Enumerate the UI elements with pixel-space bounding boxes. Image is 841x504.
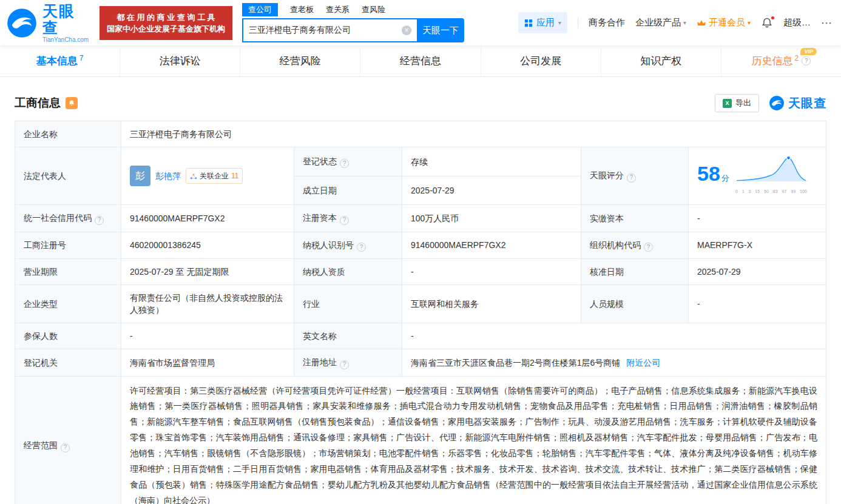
field-label: 注册地址 [303, 357, 337, 367]
field-label: 登记状态 [303, 156, 337, 166]
table-row: 法定代表人 彭 彭艳萍 关联企业 11 登记状态? 存续 天眼评分? [15, 147, 826, 176]
field-label: 统一社会信用代码 [24, 213, 92, 223]
logo-domain: TianYanCha.com [42, 36, 91, 43]
field-label-score: 天眼评分? [581, 147, 689, 205]
field-value-business-scope: 许可经营项目：第三类医疗器械经营（许可经营项目凭许可证件经营）一般经营项目：互联… [121, 376, 826, 504]
menu-enterprise[interactable]: 企业级产品 ▾ [635, 17, 686, 29]
help-icon[interactable]: ? [357, 243, 366, 252]
tab-count: 2 [795, 54, 799, 62]
help-icon[interactable]: ? [340, 360, 349, 369]
field-label: 经营范围 [24, 440, 58, 450]
search-block: 查公司 查老板 查关系 查风险 × 天眼一下 [242, 3, 464, 42]
promo-banner: 都 在 用 的 商 业 查 询 工 具 国家中小企业发展子基金旗下机构 [100, 6, 232, 40]
search-tab-company[interactable]: 查公司 [242, 3, 278, 16]
field-value-establish-date: 2025-07-29 [402, 176, 581, 205]
help-icon[interactable]: ? [95, 216, 104, 225]
search-button[interactable]: 天眼一下 [417, 18, 464, 42]
tab-label: 公司发展 [520, 54, 561, 68]
table-row: 企业名称 三亚洋橙电子商务有限公司 [15, 121, 826, 147]
watermark-brand-name: 天眼查 [788, 95, 826, 112]
search-tab-risk[interactable]: 查风险 [362, 4, 385, 15]
logo-text: 天眼查 TianYanCha.com [42, 3, 91, 43]
field-label: 人员规模 [590, 299, 624, 309]
related-companies-badge[interactable]: 关联企业 11 [186, 168, 243, 184]
field-value-staff-size: - [689, 285, 826, 323]
help-icon[interactable]: ? [627, 173, 636, 183]
menu-cooperation[interactable]: 商务合作 [589, 17, 625, 29]
network-icon [190, 172, 197, 180]
tianyancha-logo-icon [769, 95, 785, 111]
field-value-taxpayer-quality: - [402, 259, 581, 285]
field-label-staff-size: 人员规模 [581, 285, 689, 323]
field-value-reg-capital: 100万人民币 [402, 205, 581, 232]
field-value-industry: 互联网和相关服务 [402, 285, 581, 323]
field-value-taxpayer-id: 91460000MAERPF7GX2 [402, 232, 581, 259]
monitor-bell-icon[interactable] [66, 97, 78, 109]
score-axis-labels: 0131550839799100 [735, 186, 807, 198]
export-button[interactable]: X 导出 [715, 94, 759, 112]
chevron-down-icon: ▾ [683, 20, 686, 26]
field-label: 核准日期 [590, 267, 624, 277]
field-label: 行业 [303, 299, 320, 309]
field-label-company-type: 企业类型 [15, 285, 121, 323]
tab-count: 7 [79, 54, 84, 62]
tab-operating-info[interactable]: 经营信息 [360, 45, 481, 76]
field-value-legal-rep: 彭 彭艳萍 关联企业 11 [121, 147, 294, 205]
field-label: 纳税人识别号 [303, 240, 354, 250]
search-input[interactable] [249, 25, 402, 35]
tab-basic-info[interactable]: 基本信息 7 [0, 45, 120, 76]
search-tabs: 查公司 查老板 查关系 查风险 [242, 3, 464, 16]
score-curve-chart [735, 154, 807, 182]
legal-rep-avatar[interactable]: 彭 [130, 166, 150, 186]
help-icon[interactable]: ? [61, 443, 70, 452]
field-label-insured-count: 参保人数 [15, 323, 121, 349]
help-icon[interactable]: ? [340, 159, 349, 168]
tab-company-development[interactable]: 公司发展 [481, 45, 601, 76]
divider [578, 18, 578, 29]
apps-grid-icon [524, 19, 533, 27]
user-menu[interactable]: 超级… [783, 17, 811, 29]
field-label: 天眼评分 [590, 170, 624, 180]
company-nav-tabs: 基本信息 7 法律诉讼 经营风险 经营信息 公司发展 知识产权 VIP 历史信息… [0, 45, 841, 77]
field-label-reg-number: 工商注册号 [15, 232, 121, 259]
tab-label: 基本信息 [36, 54, 78, 68]
tab-history-info[interactable]: VIP 历史信息 2 ? [721, 45, 841, 76]
menu-vip-label: 开通会员 [709, 17, 745, 29]
more-menu-icon[interactable]: ⋯ [821, 16, 833, 30]
field-value-insured-count: - [121, 323, 294, 349]
search-tab-relation[interactable]: 查关系 [326, 4, 350, 15]
vip-badge: VIP [800, 48, 817, 55]
excel-icon: X [723, 99, 732, 108]
search-row: × 天眼一下 [242, 18, 464, 42]
notification-dot [771, 16, 775, 20]
field-value-approval-date: 2025-07-29 [689, 259, 826, 285]
notification-bell-icon[interactable] [761, 17, 773, 29]
promo-line-2: 国家中小企业发展子基金旗下机构 [107, 23, 225, 35]
clear-icon[interactable]: × [402, 25, 411, 35]
field-label: 法定代表人 [24, 171, 66, 181]
help-icon[interactable]: ? [802, 56, 811, 66]
site-header: 天眼查 TianYanCha.com 都 在 用 的 商 业 查 询 工 具 国… [0, 0, 841, 45]
tab-intellectual-property[interactable]: 知识产权 [601, 45, 721, 76]
apps-menu[interactable]: 应用 ▾ [518, 12, 567, 33]
menu-vip-upgrade[interactable]: 开通会员 ▾ [697, 17, 751, 29]
chevron-down-icon: ▾ [558, 20, 561, 26]
table-row: 企业类型 有限责任公司（非自然人投资或控股的法人独资） 行业 互联网和相关服务 … [15, 285, 826, 323]
business-info-table: 企业名称 三亚洋橙电子商务有限公司 法定代表人 彭 彭艳萍 关联企业 11 [15, 121, 826, 504]
legal-rep-name-link[interactable]: 彭艳萍 [155, 170, 181, 182]
site-logo[interactable]: 天眼查 TianYanCha.com [6, 3, 91, 43]
tab-legal-proceedings[interactable]: 法律诉讼 [120, 45, 240, 76]
field-label-taxpayer-quality: 纳税人资质 [294, 259, 402, 285]
nearby-companies-link[interactable]: 附近公司 [626, 358, 660, 368]
field-value-reg-authority: 海南省市场监督管理局 [121, 349, 294, 377]
tab-label: 法律诉讼 [160, 54, 201, 68]
tab-operating-risk[interactable]: 经营风险 [240, 45, 360, 76]
search-tab-boss[interactable]: 查老板 [290, 4, 314, 15]
field-label: 组织机构代码 [590, 240, 641, 250]
help-icon[interactable]: ? [340, 216, 349, 225]
bell-icon [68, 99, 75, 107]
tab-label: 知识产权 [640, 54, 681, 68]
help-icon[interactable]: ? [644, 243, 653, 252]
field-value-reg-address: 海南省三亚市天涯区食品巷一期2号商住楼第1层6号商铺附近公司 [402, 349, 826, 377]
field-value-org-code: MAERPF7G-X [689, 232, 826, 259]
